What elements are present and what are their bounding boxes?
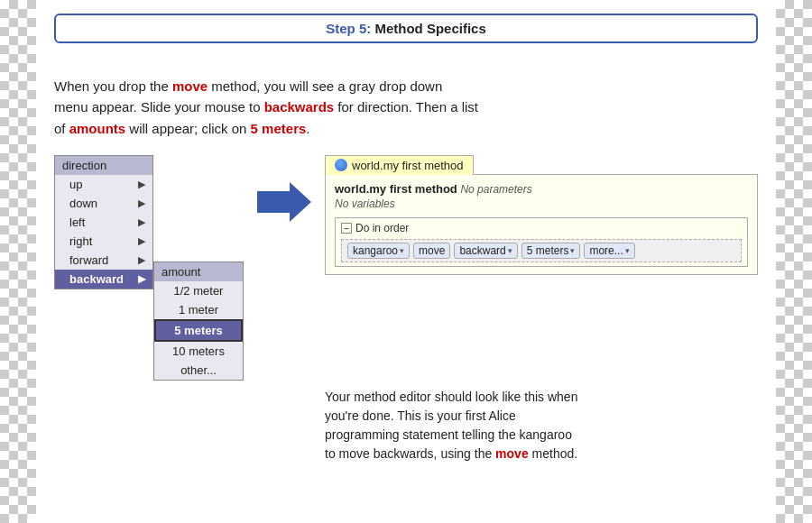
alice-no-params: No parameters <box>460 183 531 196</box>
outro-line2: you're done. This is your first Alice <box>325 408 516 423</box>
alice-editor-tab: world.my first method <box>325 155 474 175</box>
direction-menu-title: direction <box>55 156 152 175</box>
direction-item-left-label: left <box>69 216 85 229</box>
intro-line4: for direction. Then a list <box>334 99 478 115</box>
direction-item-forward-arrow: ▶ <box>138 254 145 266</box>
direction-item-right-label: right <box>69 234 92 248</box>
amount-item-1m[interactable]: 1 meter <box>154 300 243 319</box>
amount-item-10m[interactable]: 10 meters <box>154 342 243 361</box>
intro-line1: When you drop the <box>54 78 172 94</box>
alice-subject-pill[interactable]: kangaroo <box>347 243 410 259</box>
alice-more-pill[interactable]: more... <box>584 243 634 259</box>
intro-line6: will appear; click on <box>125 121 250 136</box>
big-arrow <box>257 182 311 225</box>
alice-tab-circle <box>335 159 347 171</box>
alice-tab-label: world.my first method <box>352 159 464 172</box>
direction-item-up-label: up <box>69 178 82 191</box>
direction-item-down-arrow: ▶ <box>138 197 145 209</box>
intro-amounts: amounts <box>69 121 126 136</box>
alice-amount-pill[interactable]: 5 meters <box>521 243 581 259</box>
alice-editor-wrapper: world.my first method world.my first met… <box>325 155 758 276</box>
intro-5meters: 5 meters <box>251 121 307 136</box>
alice-method-header: world.my first method No parameters <box>335 182 748 196</box>
step-title: Method Specifics <box>374 21 485 36</box>
step-header: Step 5: Method Specifics <box>54 14 758 43</box>
intro-line2: method, you will see a gray drop down <box>208 78 442 94</box>
alice-do-in-order: − Do in order kangaroo move backward 5 m… <box>335 217 748 267</box>
alice-editor-body: world.my first method No parameters No v… <box>325 174 758 275</box>
intro-line5: of <box>54 121 69 136</box>
direction-item-up[interactable]: up ▶ <box>55 175 152 194</box>
content-row: direction up ▶ down ▶ left ▶ right ▶ <box>54 155 758 381</box>
direction-item-backward[interactable]: backward ▶ <box>55 270 152 289</box>
alice-do-label: Do in order <box>355 222 409 234</box>
outro-line1: Your method editor should look like this… <box>325 390 577 404</box>
outro-line3: programming statement telling the kangar… <box>325 427 572 442</box>
direction-item-down-label: down <box>69 197 97 210</box>
direction-panel: direction up ▶ down ▶ left ▶ right ▶ <box>54 155 244 381</box>
direction-item-down[interactable]: down ▶ <box>55 194 152 213</box>
minus-box[interactable]: − <box>341 223 352 234</box>
intro-line7: . <box>306 121 309 136</box>
alice-verb-pill[interactable]: move <box>413 243 450 259</box>
direction-item-forward-label: forward <box>69 253 108 267</box>
amount-menu-title: amount <box>154 262 243 281</box>
step-label: Step 5: <box>326 21 371 36</box>
intro-text: When you drop the move method, you will … <box>54 76 758 139</box>
direction-item-backward-label: backward <box>69 272 124 286</box>
main-container: Step 5: Method Specifics When you drop t… <box>36 0 776 523</box>
direction-item-up-arrow: ▶ <box>138 179 145 190</box>
direction-item-right[interactable]: right ▶ <box>55 232 152 251</box>
intro-move: move <box>172 78 208 94</box>
alice-do-title: − Do in order <box>341 222 742 234</box>
intro-line3: menu appear. Slide your mouse to <box>54 99 264 115</box>
direction-item-forward[interactable]: forward ▶ <box>55 251 152 270</box>
direction-item-right-arrow: ▶ <box>138 235 145 247</box>
outro-line5: method. <box>529 446 577 461</box>
direction-item-left-arrow: ▶ <box>138 216 145 228</box>
outro-move: move <box>495 446 529 461</box>
amount-item-half[interactable]: 1/2 meter <box>154 281 243 300</box>
bottom-row: Your method editor should look like this… <box>54 388 758 463</box>
alice-statement: kangaroo move backward 5 meters more... <box>341 239 742 262</box>
alice-method-name: world.my first method <box>335 182 457 196</box>
amount-item-5m[interactable]: 5 meters <box>154 319 243 342</box>
alice-direction-pill[interactable]: backward <box>454 243 517 259</box>
outro-line4: to move backwards, using the <box>325 446 495 461</box>
direction-item-backward-arrow: ▶ <box>138 273 145 285</box>
amount-item-other[interactable]: other... <box>154 361 243 380</box>
svg-marker-0 <box>257 182 311 222</box>
amount-submenu: amount 1/2 meter 1 meter 5 meters 10 met… <box>153 262 244 381</box>
intro-backwards: backwards <box>264 99 335 115</box>
outro-text: Your method editor should look like this… <box>307 388 758 463</box>
alice-no-vars: No variables <box>335 197 748 210</box>
direction-item-left[interactable]: left ▶ <box>55 213 152 232</box>
direction-menu: direction up ▶ down ▶ left ▶ right ▶ <box>54 155 153 289</box>
